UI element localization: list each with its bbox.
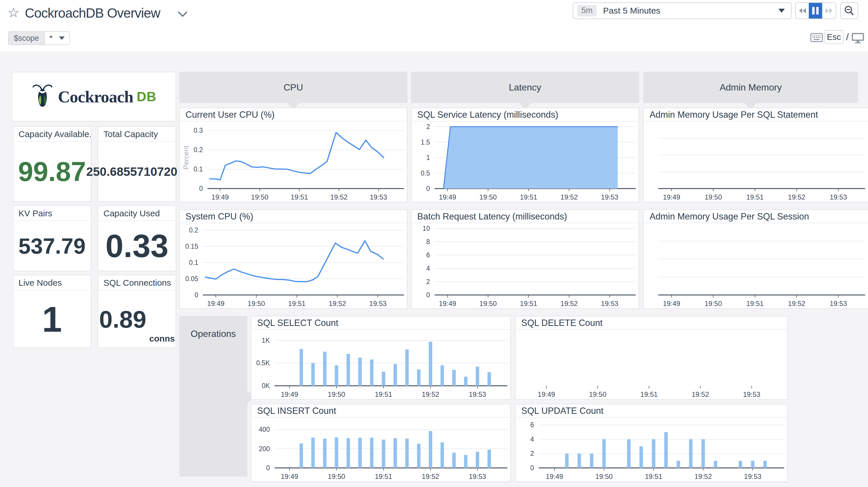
svg-text:19:52: 19:52 (692, 391, 709, 398)
group-header-cpu[interactable]: CPU (179, 72, 407, 103)
svg-text:0.5K: 0.5K (256, 359, 270, 367)
svg-text:0: 0 (426, 291, 430, 299)
svg-text:19:51: 19:51 (375, 472, 392, 480)
title-chevron-down-icon[interactable] (177, 10, 188, 18)
chart-current-user-cpu[interactable]: Current User CPU (%) 00.10.20.319:4919:5… (179, 108, 407, 202)
scope-value-select[interactable]: * (44, 32, 69, 45)
time-range-badge: 5m (577, 5, 597, 17)
group-header-operations[interactable]: Operations (179, 316, 247, 477)
svg-text:19:50: 19:50 (705, 193, 722, 201)
svg-text:19:52: 19:52 (422, 391, 439, 398)
chart-sql-update-count[interactable]: SQL UPDATE Count 024619:4919:5019:5119:5… (515, 404, 788, 482)
fullscreen-monitor-icon[interactable] (851, 32, 865, 44)
svg-text:2: 2 (426, 278, 430, 285)
svg-text:0.3: 0.3 (194, 127, 203, 134)
svg-text:Percent: Percent (182, 145, 190, 169)
svg-text:19:51: 19:51 (520, 193, 537, 201)
group-label: Admin Memory (719, 82, 782, 93)
stat-capacity-used[interactable]: Capacity Used 0.33 (98, 205, 176, 271)
svg-text:19:50: 19:50 (251, 193, 269, 201)
svg-text:19:49: 19:49 (546, 472, 563, 480)
chart-plot: 19:4919:5019:5119:5219:53 (516, 330, 787, 399)
svg-text:19:53: 19:53 (744, 472, 762, 480)
svg-text:10: 10 (423, 225, 430, 232)
svg-text:19:51: 19:51 (520, 299, 537, 308)
svg-text:19:50: 19:50 (479, 193, 497, 201)
scope-label: $scope (9, 32, 44, 45)
svg-text:0: 0 (530, 464, 534, 472)
time-range-picker[interactable]: 5m Past 5 Minutes (573, 2, 792, 19)
svg-text:19:49: 19:49 (281, 472, 298, 480)
svg-text:19:52: 19:52 (329, 299, 346, 308)
svg-text:19:52: 19:52 (788, 193, 805, 201)
svg-text:19:51: 19:51 (288, 299, 305, 308)
svg-text:0: 0 (194, 291, 198, 299)
chart-plot: 0K0.5K1K19:4919:5019:5119:5219:53 (251, 330, 510, 399)
svg-text:0.15: 0.15 (185, 242, 198, 250)
scope-caret-icon (59, 36, 65, 40)
logo-brand-text: Cockroach (58, 87, 133, 107)
page-title[interactable]: CockroachDB Overview (25, 5, 160, 21)
chart-title: SQL SELECT Count (251, 316, 510, 330)
group-header-latency[interactable]: Latency (411, 72, 639, 103)
stat-sql-connections[interactable]: SQL Connections 0.89 conns (98, 275, 176, 348)
svg-text:0.5: 0.5 (421, 169, 430, 177)
esc-button[interactable]: Esc (824, 30, 844, 44)
rewind-icon (797, 6, 808, 15)
cockroach-logo-icon (31, 82, 54, 112)
stat-capacity-available[interactable]: Capacity Available... 99.87 (13, 126, 91, 202)
svg-text:0: 0 (266, 464, 270, 472)
chart-plot: 00.511.5219:4919:5019:5119:5219:53 (411, 122, 639, 202)
chart-sql-select-count[interactable]: SQL SELECT Count 0K0.5K1K19:4919:5019:51… (251, 316, 511, 400)
svg-text:0.1: 0.1 (194, 165, 203, 173)
chart-admin-memory-per-statement[interactable]: Admin Memory Usage Per SQL Statement 19:… (643, 108, 868, 202)
svg-text:0.05: 0.05 (185, 275, 198, 283)
svg-text:1: 1 (426, 154, 430, 161)
svg-text:19:53: 19:53 (743, 391, 760, 398)
svg-text:19:50: 19:50 (595, 472, 613, 480)
group-header-admin-memory[interactable]: Admin Memory (643, 72, 858, 103)
stat-value: 1 (42, 301, 62, 337)
scope-template-variable[interactable]: $scope * (8, 31, 70, 45)
svg-text:19:51: 19:51 (746, 193, 764, 201)
zoom-out-button[interactable] (840, 2, 858, 19)
svg-text:8: 8 (426, 238, 430, 246)
pause-button[interactable] (809, 3, 822, 19)
fast-forward-button[interactable] (822, 3, 836, 19)
chart-sql-insert-count[interactable]: SQL INSERT Count 020040019:4919:5019:511… (251, 404, 511, 482)
svg-text:19:52: 19:52 (561, 299, 578, 308)
svg-text:19:50: 19:50 (479, 299, 497, 308)
svg-text:19:51: 19:51 (746, 299, 764, 308)
chart-title: Current User CPU (%) (180, 108, 407, 121)
svg-text:19:49: 19:49 (281, 391, 298, 398)
svg-text:19:49: 19:49 (663, 193, 680, 201)
stat-title: KV Pairs (13, 206, 91, 221)
svg-text:19:53: 19:53 (601, 299, 618, 308)
favorite-star-icon[interactable]: ☆ (7, 5, 19, 20)
svg-text:2: 2 (426, 123, 430, 131)
chart-plot: 024681019:4919:5019:5119:5219:53 (411, 224, 639, 308)
svg-text:19:52: 19:52 (694, 472, 712, 480)
chart-sql-service-latency[interactable]: SQL Service Latency (milliseconds) 00.51… (411, 108, 639, 202)
svg-text:19:53: 19:53 (369, 299, 386, 308)
chart-system-cpu[interactable]: System CPU (%) 00.050.10.150.219:4919:50… (179, 209, 407, 309)
svg-text:200: 200 (259, 445, 270, 453)
stat-total-capacity[interactable]: Total Capacity 250.6855710720 GB (98, 126, 176, 202)
rewind-button[interactable] (796, 3, 809, 19)
stat-kv-pairs[interactable]: KV Pairs 537.79 (13, 205, 91, 271)
svg-text:0.2: 0.2 (189, 226, 198, 234)
svg-text:19:50: 19:50 (248, 299, 265, 308)
dashboard: ☆ CockroachDB Overview 5m Past 5 Minutes (0, 0, 868, 487)
group-label: CPU (283, 82, 303, 93)
keyboard-shortcuts-icon[interactable] (810, 33, 823, 42)
stat-live-nodes[interactable]: Live Nodes 1 (13, 275, 91, 348)
svg-text:0: 0 (426, 185, 430, 192)
logo-db-text: DB (137, 89, 156, 105)
svg-text:19:51: 19:51 (640, 391, 658, 398)
chart-admin-memory-per-session[interactable]: Admin Memory Usage Per SQL Session 19:49… (643, 209, 868, 309)
svg-text:19:52: 19:52 (561, 193, 578, 201)
chart-batch-request-latency[interactable]: Batch Request Latency (milliseconds) 024… (411, 209, 639, 309)
svg-text:6: 6 (426, 251, 430, 259)
chart-sql-delete-count[interactable]: SQL DELETE Count 19:4919:5019:5119:5219:… (515, 316, 788, 400)
svg-text:19:53: 19:53 (469, 391, 486, 398)
